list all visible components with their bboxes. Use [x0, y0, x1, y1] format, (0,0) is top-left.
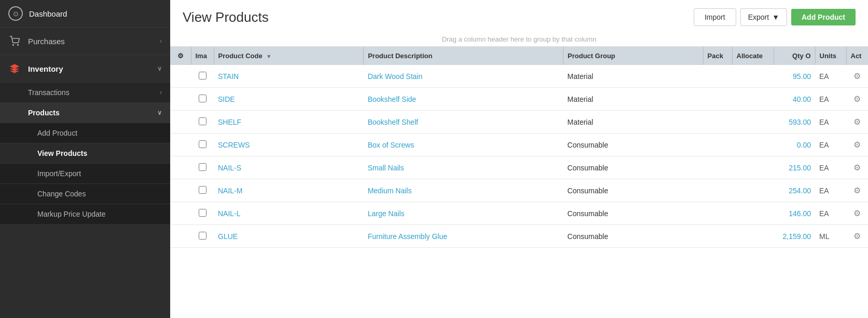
row-action-cell[interactable]: ⚙ [846, 225, 868, 248]
row-checkbox-cell[interactable] [191, 179, 214, 202]
row-code-link[interactable]: GLUE [218, 232, 238, 241]
row-units-cell: ML [815, 225, 846, 248]
row-action-cell[interactable]: ⚙ [846, 65, 868, 88]
row-checkbox-cell[interactable] [191, 225, 214, 248]
row-checkbox[interactable] [199, 186, 206, 194]
table-row: NAIL-S Small Nails Consumable 215.00 EA … [170, 156, 868, 179]
row-code-link[interactable]: SCREWS [218, 141, 250, 149]
row-checkbox-cell[interactable] [191, 111, 214, 134]
row-code-cell[interactable]: STAIN [214, 65, 364, 88]
row-action-cell[interactable]: ⚙ [846, 156, 868, 179]
row-desc-cell[interactable]: Box of Screws [364, 134, 563, 156]
row-action-cell[interactable]: ⚙ [846, 88, 868, 111]
row-code-cell[interactable]: NAIL-L [214, 202, 364, 225]
row-desc-link[interactable]: Small Nails [368, 164, 404, 172]
row-code-cell[interactable]: SCREWS [214, 134, 364, 156]
sidebar-item-markup-price[interactable]: Markup Price Update [0, 204, 170, 224]
row-desc-link[interactable]: Box of Screws [368, 141, 414, 149]
row-checkbox-cell[interactable] [191, 202, 214, 225]
drag-hint-text: Drag a column header here to group by th… [170, 32, 868, 47]
row-desc-link[interactable]: Medium Nails [368, 187, 412, 195]
row-checkbox[interactable] [199, 72, 206, 80]
sidebar-item-add-product[interactable]: Add Product [0, 123, 170, 143]
row-checkbox[interactable] [199, 209, 206, 217]
sidebar-item-dashboard[interactable]: ⊙ Dashboard [0, 0, 170, 27]
row-desc-cell[interactable]: Bookshelf Shelf [364, 111, 563, 134]
row-desc-cell[interactable]: Small Nails [364, 156, 563, 179]
row-action-cell[interactable]: ⚙ [846, 111, 868, 134]
row-action-cell[interactable]: ⚙ [846, 202, 868, 225]
row-checkbox[interactable] [199, 232, 206, 240]
th-pack[interactable]: Pack [703, 47, 732, 65]
row-checkbox[interactable] [199, 163, 206, 171]
row-checkbox-cell[interactable] [191, 88, 214, 111]
row-alloc-cell [732, 65, 774, 88]
th-actions[interactable]: Act [846, 47, 868, 65]
table-row: NAIL-L Large Nails Consumable 146.00 EA … [170, 202, 868, 225]
row-desc-cell[interactable]: Bookshelf Side [364, 88, 563, 111]
row-code-link[interactable]: NAIL-M [218, 187, 242, 195]
row-desc-link[interactable]: Dark Wood Stain [368, 72, 423, 81]
export-button[interactable]: Export ▼ [740, 8, 787, 26]
row-group-cell: Consumable [563, 225, 703, 248]
th-units[interactable]: Units [815, 47, 846, 65]
row-code-link[interactable]: SIDE [218, 95, 235, 103]
sidebar-item-purchases[interactable]: Purchases › [0, 27, 170, 55]
row-desc-link[interactable]: Large Nails [368, 209, 405, 218]
row-gear-button[interactable]: ⚙ [850, 184, 864, 196]
row-code-cell[interactable]: NAIL-S [214, 156, 364, 179]
sidebar-import-export-label: Import/Export [37, 169, 81, 178]
th-product-code[interactable]: Product Code ▼ [214, 47, 364, 65]
row-gear-button[interactable]: ⚙ [850, 162, 864, 174]
row-action-cell[interactable]: ⚙ [846, 134, 868, 156]
row-code-cell[interactable]: GLUE [214, 225, 364, 248]
sidebar-item-transactions[interactable]: Transactions › [0, 82, 170, 102]
row-code-link[interactable]: NAIL-L [218, 209, 241, 218]
row-desc-link[interactable]: Bookshelf Side [368, 95, 416, 103]
row-code-link[interactable]: STAIN [218, 72, 239, 81]
row-desc-cell[interactable]: Furniture Assembly Glue [364, 225, 563, 248]
row-qty-cell: 254.00 [774, 179, 815, 202]
import-button[interactable]: Import [694, 8, 736, 26]
row-code-cell[interactable]: SHELF [214, 111, 364, 134]
row-desc-cell[interactable]: Dark Wood Stain [364, 65, 563, 88]
row-gear-button[interactable]: ⚙ [850, 139, 864, 151]
sidebar-inventory-label: Inventory [28, 64, 150, 73]
sidebar-item-view-products[interactable]: View Products [0, 143, 170, 163]
row-gear-button[interactable]: ⚙ [850, 116, 864, 128]
row-code-link[interactable]: NAIL-S [218, 164, 241, 172]
row-desc-link[interactable]: Furniture Assembly Glue [368, 232, 447, 241]
sidebar-item-import-export[interactable]: Import/Export [0, 163, 170, 183]
row-desc-cell[interactable]: Large Nails [364, 202, 563, 225]
sidebar-item-inventory[interactable]: Inventory ∨ [0, 55, 170, 82]
row-checkbox[interactable] [199, 95, 206, 102]
th-allocate[interactable]: Allocate [732, 47, 774, 65]
th-product-group[interactable]: Product Group [563, 47, 703, 65]
row-pack-cell [703, 225, 732, 248]
row-gear-button[interactable]: ⚙ [850, 70, 864, 82]
row-desc-link[interactable]: Bookshelf Shelf [368, 118, 418, 126]
row-desc-cell[interactable]: Medium Nails [364, 179, 563, 202]
sort-icon: ▼ [266, 54, 271, 59]
row-code-cell[interactable]: NAIL-M [214, 179, 364, 202]
row-qty-cell: 40.00 [774, 88, 815, 111]
sidebar-item-products[interactable]: Products ∨ [0, 102, 170, 123]
row-gear-button[interactable]: ⚙ [850, 230, 864, 242]
row-checkbox[interactable] [199, 140, 206, 148]
th-gear[interactable]: ⚙ [170, 47, 191, 65]
row-checkbox-cell[interactable] [191, 134, 214, 156]
row-checkbox-cell[interactable] [191, 65, 214, 88]
th-product-desc[interactable]: Product Description [364, 47, 563, 65]
add-product-button[interactable]: Add Product [791, 9, 856, 25]
sidebar-item-change-codes[interactable]: Change Codes [0, 183, 170, 204]
th-qty[interactable]: Qty O [774, 47, 815, 65]
row-checkbox-cell[interactable] [191, 156, 214, 179]
row-code-link[interactable]: SHELF [218, 118, 241, 126]
row-units-cell: EA [815, 65, 846, 88]
row-gear-button[interactable]: ⚙ [850, 207, 864, 219]
th-image[interactable]: Ima [191, 47, 214, 65]
row-checkbox[interactable] [199, 117, 206, 125]
row-action-cell[interactable]: ⚙ [846, 179, 868, 202]
row-code-cell[interactable]: SIDE [214, 88, 364, 111]
row-gear-button[interactable]: ⚙ [850, 93, 864, 105]
